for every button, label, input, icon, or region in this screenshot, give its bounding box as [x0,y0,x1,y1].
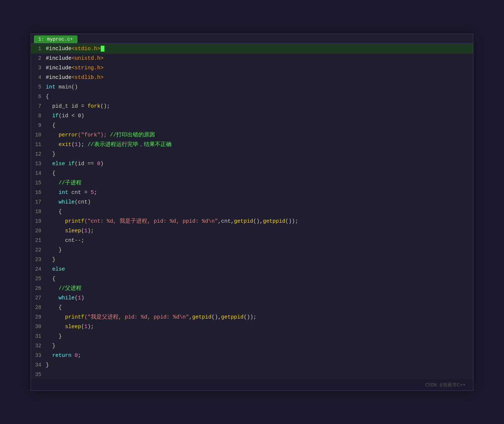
line-number: 20 [31,226,46,236]
token-var: (id [59,113,72,119]
code-line: 4#include<stdlib.h> [31,73,473,82]
watermark: CSDN @熬夜学C++ [425,382,466,388]
code-line: 12 } [31,149,473,159]
token-inc: #include [46,46,72,52]
line-content[interactable]: //子进程 [46,178,82,188]
token-hdr: <unistd.h> [72,55,104,61]
token-var [46,228,65,234]
code-line: 11 exit(1); //表示进程运行完毕，结果不正确 [31,140,473,149]
token-fn: getppid [221,314,244,320]
token-kw2: else [52,266,65,272]
line-content[interactable]: sleep(1); [46,322,94,331]
token-punc: } [46,343,55,349]
line-number: 33 [31,351,46,360]
code-line: 33 return 0; [31,351,473,360]
token-str: ("我是父进程, pid: %d, ppid: %d\n" [84,314,189,320]
line-content[interactable]: int main() [46,82,78,92]
token-str: ("cnt: %d, 我是子进程, pid: %d, ppid: %d\n" [84,218,218,224]
token-cmt: //打印出错的原因 [110,132,155,138]
token-var [46,285,59,291]
token-punc: ; [94,190,97,195]
token-punc: ); [78,142,87,147]
bottom-bar: CSDN @熬夜学C++ [31,379,473,390]
line-content[interactable]: while(1) [46,293,84,303]
line-content[interactable]: #include<unistd.h> [46,53,104,63]
line-number: 31 [31,331,46,341]
line-number: 7 [31,101,46,111]
line-content[interactable]: } [46,360,49,370]
line-content[interactable]: while(cnt) [46,197,91,207]
line-content[interactable]: exit(1); //表示进程运行完毕，结果不正确 [46,140,172,149]
line-content[interactable]: int cnt = 5; [46,188,97,197]
line-content[interactable]: if(id < 0) [46,111,84,121]
token-fn: sleep [65,324,81,330]
file-tab[interactable]: 1: myproc.c+ [34,35,77,43]
code-line: 25 { [31,274,473,284]
token-num: 1 [78,295,81,301]
code-line: 17 while(cnt) [31,197,473,207]
line-content[interactable]: { [46,274,55,284]
code-line: 2#include<unistd.h> [31,53,473,63]
token-var: cnt = [68,190,91,195]
token-fn: printf [65,218,84,224]
line-number: 15 [31,178,46,188]
line-number: 9 [31,121,46,130]
line-content[interactable]: sleep(1); [46,226,94,236]
token-punc: { [46,122,55,128]
line-content[interactable]: { [46,92,49,101]
token-num: 5 [91,190,94,195]
line-content[interactable]: } [46,245,62,255]
line-content[interactable]: else if(id == 0) [46,159,104,168]
line-content[interactable]: #include<stdlib.h> [46,73,104,82]
line-number: 6 [31,92,46,101]
line-number: 23 [31,255,46,264]
line-content[interactable]: cnt--; [46,236,84,245]
token-var [46,295,59,301]
token-fn: sleep [65,228,81,234]
line-content[interactable]: #include<stdio.h> [46,44,104,53]
line-content[interactable]: } [46,255,55,264]
code-area: 1#include<stdio.h>2#include<unistd.h>3#i… [31,44,473,379]
token-punc: { [46,94,49,100]
token-inc: #include [46,55,72,61]
code-line: 7 pid_t id = fork(); [31,101,473,111]
line-content[interactable]: printf("我是父进程, pid: %d, ppid: %d\n",getp… [46,312,256,322]
line-content[interactable]: else [46,264,65,274]
line-content[interactable]: } [46,331,62,341]
line-number: 2 [31,53,46,63]
token-inc: #include [46,65,72,71]
line-number: 17 [31,197,46,207]
code-line: 16 int cnt = 5; [31,188,473,197]
token-num: 1 [84,324,87,330]
line-content[interactable]: { [46,303,62,312]
code-editor: 1: myproc.c+ 1#include<stdio.h>2#include… [31,34,473,391]
token-kw: return [52,352,71,358]
line-number: 16 [31,188,46,197]
line-content[interactable]: //父进程 [46,284,82,293]
token-hdr: <string.h> [72,65,104,71]
token-var [46,352,52,358]
token-punc: (), [253,218,263,224]
line-content[interactable]: printf("cnt: %d, 我是子进程, pid: %d, ppid: %… [46,216,298,226]
line-content[interactable]: } [46,341,55,351]
code-line: 26 //父进程 [31,284,473,293]
token-punc: ) [100,161,104,167]
line-number: 14 [31,168,46,178]
token-fn: fork [87,103,100,109]
code-line: 31 } [31,331,473,341]
token-punc: { [46,209,62,215]
line-content[interactable]: { [46,121,55,130]
line-content[interactable]: #include<string.h> [46,63,104,73]
code-line: 28 { [31,303,473,312]
code-line: 30 sleep(1); [31,322,473,331]
token-punc: } [46,257,55,263]
line-content[interactable]: pid_t id = fork(); [46,101,110,111]
token-punc: ); [87,228,94,234]
line-content[interactable]: return 0; [46,351,81,360]
line-content[interactable]: perror("fork"); //打印出错的原因 [46,130,155,140]
line-content[interactable]: } [46,149,55,159]
token-kw: int [59,190,68,195]
line-number: 19 [31,216,46,226]
line-content[interactable]: { [46,168,55,178]
line-content[interactable]: { [46,207,62,216]
